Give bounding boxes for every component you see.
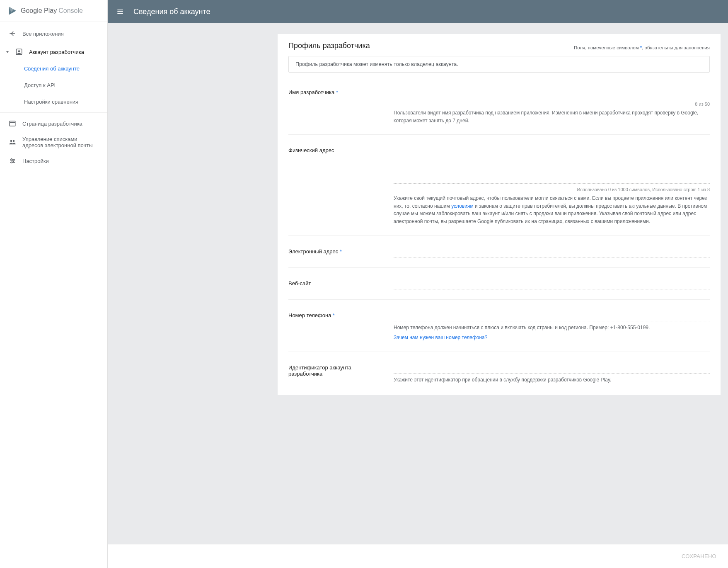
- required-hint: Поля, помеченные символом *, обязательны…: [574, 45, 710, 50]
- web-page-icon: [8, 119, 17, 128]
- field-phone: Номер телефона * Номер телефона должен н…: [288, 300, 710, 352]
- field-email: Электронный адрес *: [288, 236, 710, 268]
- field-label: Номер телефона *: [288, 312, 335, 318]
- dev-name-input[interactable]: [394, 88, 710, 98]
- divider: [0, 112, 107, 113]
- field-hint: Номер телефона должен начинаться с плюса…: [394, 324, 710, 332]
- sidebar-item-account-details[interactable]: Сведения об аккаунте: [24, 60, 107, 77]
- sidebar-item-label: Настройки: [22, 158, 49, 164]
- sidebar-item-label: Настройки сравнения: [24, 99, 78, 105]
- terms-link[interactable]: условиям: [451, 203, 474, 209]
- svg-marker-2: [6, 51, 9, 53]
- sidebar-item-label: Управление списками адресов электронной …: [22, 136, 99, 148]
- sidebar-item-email-lists[interactable]: Управление списками адресов электронной …: [0, 132, 107, 153]
- svg-point-4: [18, 50, 20, 52]
- sidebar-item-dev-account[interactable]: Аккаунт разработчика: [0, 44, 107, 60]
- sidebar-item-all-apps[interactable]: Все приложения: [0, 25, 107, 42]
- field-hint: Укажите свой текущий почтовый адрес, что…: [394, 194, 710, 225]
- field-hint: Пользователи видят имя разработчика под …: [394, 109, 710, 124]
- address-input[interactable]: [394, 146, 710, 184]
- field-address: Физический адрес Использовано 0 из 1000 …: [288, 135, 710, 235]
- page-title: Сведения об аккаунте: [133, 7, 210, 16]
- phone-input[interactable]: [394, 311, 710, 321]
- email-input[interactable]: [394, 248, 710, 257]
- svg-point-7: [10, 140, 12, 142]
- sidebar-item-dev-page[interactable]: Страница разработчика: [0, 115, 107, 132]
- play-console-logo-icon: [7, 6, 17, 16]
- field-label: Идентификатор аккаунта разработчика: [288, 364, 351, 377]
- sidebar-item-label: Сведения об аккаунте: [24, 66, 80, 72]
- content: Профиль разработчика Поля, помеченные си…: [108, 23, 728, 568]
- sidebar-item-label: Доступ к API: [24, 82, 56, 88]
- why-phone-link[interactable]: Зачем нам нужен ваш номер телефона?: [394, 335, 487, 340]
- char-counter: 8 из 50: [394, 102, 710, 107]
- caret-down-icon: [6, 50, 9, 53]
- sidebar-item-compare-settings[interactable]: Настройки сравнения: [24, 93, 107, 110]
- page-header: Сведения об аккаунте: [108, 0, 728, 23]
- people-icon: [8, 138, 17, 146]
- menu-button[interactable]: [115, 7, 125, 17]
- svg-point-12: [11, 159, 12, 160]
- sidebar-item-settings[interactable]: Настройки: [0, 153, 107, 169]
- svg-rect-5: [10, 121, 15, 126]
- field-label: Физический адрес: [288, 147, 334, 153]
- sidebar-item-label: Аккаунт разработчика: [29, 49, 84, 55]
- field-account-id: Идентификатор аккаунта разработчика Укаж…: [288, 352, 710, 394]
- sidebar-nav: Все приложения Аккаунт разработчика Свед…: [0, 22, 107, 172]
- sidebar-item-api-access[interactable]: Доступ к API: [24, 77, 107, 93]
- svg-point-14: [11, 162, 12, 163]
- field-label: Имя разработчика *: [288, 89, 338, 95]
- tune-icon: [8, 157, 17, 165]
- svg-point-13: [13, 160, 14, 162]
- field-hint: Укажите этот идентификатор при обращении…: [394, 376, 710, 384]
- logo-text: Google PlayConsole: [21, 7, 83, 15]
- field-label: Веб-сайт: [288, 280, 311, 286]
- account-id-input[interactable]: [394, 364, 710, 374]
- field-label: Электронный адрес *: [288, 248, 342, 255]
- svg-point-8: [13, 140, 15, 142]
- website-input[interactable]: [394, 279, 710, 289]
- sidebar-item-label: Страница разработчика: [22, 121, 82, 127]
- owner-only-banner: Профиль разработчика может изменять толь…: [288, 56, 710, 73]
- save-button[interactable]: СОХРАНЕНО: [682, 553, 716, 559]
- field-dev-name: Имя разработчика * 8 из 50 Пользователи …: [288, 77, 710, 135]
- sidebar: Google PlayConsole Все приложения Аккаун…: [0, 0, 108, 568]
- developer-profile-card: Профиль разработчика Поля, помеченные си…: [278, 34, 721, 395]
- logo[interactable]: Google PlayConsole: [0, 0, 107, 22]
- field-website: Веб-сайт: [288, 268, 710, 300]
- card-title: Профиль разработчика: [288, 41, 370, 50]
- arrow-back-icon: [8, 29, 17, 38]
- footer-bar: СОХРАНЕНО: [108, 544, 728, 568]
- account-box-icon: [15, 48, 23, 56]
- char-counter: Использовано 0 из 1000 символов, Использ…: [394, 187, 710, 192]
- sidebar-item-label: Все приложения: [22, 31, 64, 37]
